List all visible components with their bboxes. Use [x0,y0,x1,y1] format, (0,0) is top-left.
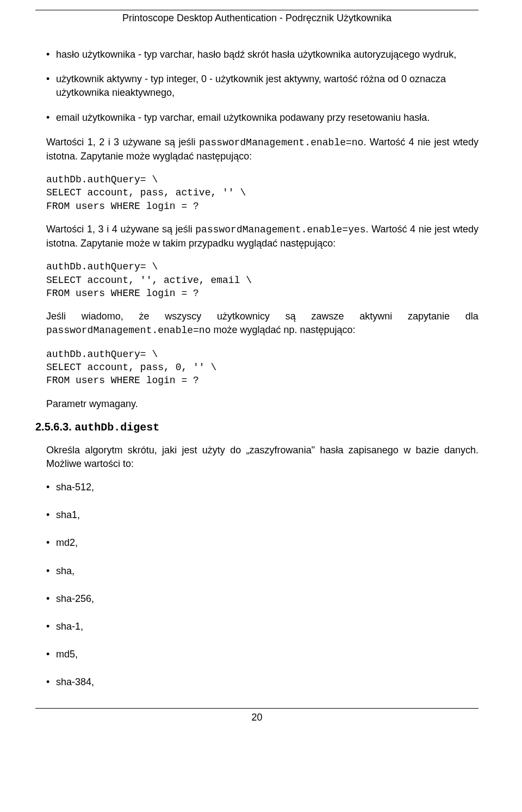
list-item: użytkownik aktywny - typ integer, 0 - uż… [46,72,478,100]
code-block: authDb.authQuery= \ SELECT account, pass… [35,348,478,387]
inline-code: passwordManagement.enable=no [199,137,363,148]
paragraph: passwordManagement.enable=no może wygląd… [35,323,478,337]
paragraph: Wartości 1, 3 i 4 używane są jeśli passw… [35,223,478,250]
list-item: sha-512, [46,481,478,494]
paragraph: Wartości 1, 2 i 3 używane są jeśli passw… [35,136,478,163]
page-number: 20 [35,712,478,723]
inline-code: passwordManagement.enable=yes [195,224,365,235]
list-item: hasło użytkownika - typ varchar, hasło b… [46,48,478,61]
paragraph: Określa algorytm skrótu, jaki jest użyty… [35,444,478,471]
field-definitions-list: hasło użytkownika - typ varchar, hasło b… [35,48,478,125]
list-item: email użytkownika - typ varchar, email u… [46,111,478,125]
page-header-title: Printoscope Desktop Authentication - Pod… [35,13,478,24]
inline-code: passwordManagement.enable=no [46,325,210,336]
list-item: sha, [46,564,478,578]
list-item: sha-1, [46,620,478,633]
list-item: md5, [46,648,478,661]
algorithm-list: sha-512, sha1, md2, sha, sha-256, sha-1,… [35,481,478,690]
section-heading: 2.5.6.3. authDb.digest [35,421,478,434]
list-item: md2, [46,536,478,550]
paragraph: Parametr wymagany. [35,397,478,411]
list-item: sha-384, [46,675,478,689]
code-block: authDb.authQuery= \ SELECT account, '', … [35,260,478,300]
justified-line: Jeśliwiadomo,żewszyscyużytkownicysązawsz… [35,310,478,323]
code-block: authDb.authQuery= \ SELECT account, pass… [35,173,478,213]
list-item: sha-256, [46,592,478,606]
list-item: sha1, [46,508,478,522]
